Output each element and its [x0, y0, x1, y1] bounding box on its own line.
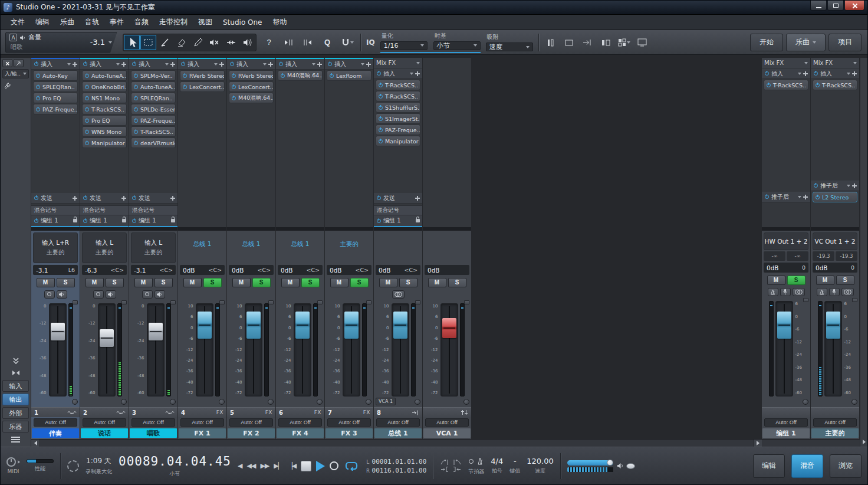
channel-name[interactable]: FX 2 — [228, 428, 275, 438]
power-icon[interactable] — [815, 83, 820, 88]
add-insert-icon[interactable] — [366, 62, 371, 67]
volume-knob[interactable] — [607, 460, 613, 466]
solo-button[interactable]: S — [448, 278, 466, 287]
wide-channels-button[interactable] — [563, 36, 576, 49]
sends-header[interactable]: 发送 — [374, 193, 422, 204]
insert-slot[interactable]: S1ImagerSt.. — [376, 113, 420, 124]
insert-slot[interactable]: OneKnobBri.. — [82, 81, 127, 92]
mute-button[interactable]: M — [428, 278, 446, 287]
meter-options-icon[interactable] — [464, 300, 469, 304]
postfader-header[interactable]: 推子后 — [762, 192, 810, 202]
fader-track[interactable] — [343, 303, 360, 396]
previous-bar-button[interactable]: ◀ — [238, 462, 242, 470]
inserts-header[interactable]: 插入 — [811, 68, 859, 79]
insert-slot[interactable]: Auto-TuneA.. — [131, 81, 176, 92]
mute-button[interactable]: M — [816, 276, 834, 285]
narrow-channels-button[interactable] — [544, 36, 557, 49]
pan-value[interactable]: L6 — [68, 267, 75, 273]
insert-slot[interactable]: PAZ-Freque.. — [131, 115, 176, 126]
power-icon[interactable] — [35, 84, 41, 90]
time-signature[interactable]: 4/4 拍号 — [491, 457, 503, 475]
pan-value[interactable]: <C> — [306, 267, 320, 273]
gain-value[interactable]: 0dB — [281, 267, 293, 274]
power-icon[interactable] — [34, 61, 39, 67]
loop-locators[interactable]: L00001.01.01.00 R00116.01.01.00 — [366, 458, 426, 474]
panner-knob-icon[interactable] — [366, 399, 371, 405]
sends-header[interactable]: 发送 — [31, 193, 80, 204]
split-tool-button[interactable] — [157, 35, 173, 50]
hamburger-menu-icon[interactable] — [2, 434, 29, 445]
insert-slot[interactable]: RVerb Stereo — [180, 70, 225, 81]
power-icon[interactable] — [133, 140, 139, 146]
quantize-start-button[interactable] — [281, 35, 295, 50]
power-icon[interactable] — [133, 84, 139, 90]
power-icon[interactable] — [34, 195, 39, 201]
insert-slot[interactable]: T-RackSCS.. — [376, 80, 420, 90]
power-icon[interactable] — [131, 61, 137, 67]
record-arm-button[interactable] — [44, 290, 55, 299]
forward-button[interactable]: ▶▶ — [260, 462, 269, 470]
power-icon[interactable] — [35, 96, 41, 101]
panner-knob-icon[interactable] — [415, 399, 420, 405]
inserts-header[interactable]: 插入 — [178, 59, 226, 70]
postroll-icon[interactable] — [452, 460, 462, 465]
main-volume-slider[interactable] — [567, 460, 613, 466]
mute-button[interactable]: M — [379, 278, 397, 287]
channel-name[interactable]: 唱歌 — [130, 428, 177, 438]
power-icon[interactable] — [35, 107, 41, 112]
fader-cap[interactable] — [198, 312, 212, 339]
power-icon[interactable] — [83, 218, 88, 224]
power-icon[interactable] — [376, 218, 382, 224]
pan-value[interactable]: <C> — [404, 267, 417, 273]
power-icon[interactable] — [378, 116, 383, 122]
sidebar-tab-1[interactable]: 输出 — [2, 394, 29, 405]
panner-knob-icon[interactable] — [463, 399, 469, 405]
sends-header[interactable]: 发送 — [80, 193, 129, 204]
channel-name[interactable]: 总线 1 — [374, 428, 422, 438]
add-insert-icon[interactable] — [415, 196, 420, 201]
gain-value[interactable]: 0dB — [330, 267, 342, 274]
count-in-icon[interactable] — [469, 459, 474, 464]
power-icon[interactable] — [378, 127, 383, 133]
mono-button[interactable] — [793, 288, 805, 296]
io-routing[interactable]: 输入 L主要的 — [131, 232, 176, 263]
panner-knob-icon[interactable] — [803, 399, 808, 405]
meter-options-icon[interactable] — [366, 300, 371, 304]
output-routing[interactable]: 总线 1 — [278, 232, 323, 263]
gain-value[interactable]: 0dB — [767, 264, 779, 271]
minimize-button[interactable] — [810, 1, 827, 11]
mixtag-row[interactable]: 混合记号 — [129, 205, 177, 215]
add-insert-icon[interactable] — [73, 196, 77, 201]
menu-item-0[interactable]: 文件 — [5, 15, 30, 30]
power-icon[interactable] — [84, 129, 90, 135]
sidebar-tab-3[interactable]: 乐器 — [2, 421, 29, 432]
power-icon[interactable] — [35, 73, 41, 78]
fader-cap[interactable] — [51, 323, 65, 340]
postfader-header[interactable]: 推子后 — [811, 181, 859, 191]
fader-track[interactable] — [147, 303, 165, 396]
chevron-down-icon[interactable] — [847, 73, 850, 75]
inserts-header[interactable]: 插入 — [129, 59, 177, 70]
insert-slot[interactable]: SPLMo-Ver.. — [131, 70, 176, 81]
meter-options-icon[interactable] — [415, 300, 420, 304]
scroll-left-button[interactable] — [31, 440, 40, 447]
insert-slot[interactable]: T-RackSCS.. — [764, 80, 808, 90]
power-icon[interactable] — [329, 73, 334, 78]
pan-value[interactable]: <C> — [159, 267, 173, 273]
chevron-down-icon[interactable] — [804, 62, 808, 64]
automation-mode-button[interactable]: Auto: Off — [813, 418, 857, 427]
detach-mixer-button[interactable] — [14, 59, 24, 67]
automation-display[interactable]: A 音量 唱歌 -3.1 — [5, 32, 117, 53]
automation-mode-button[interactable]: Auto: Off — [327, 418, 371, 427]
insert-slot[interactable]: dearVRmusic — [131, 137, 176, 148]
rewind-button[interactable]: ◀◀ — [246, 462, 255, 470]
preroll-icon[interactable] — [440, 460, 450, 465]
loop-button[interactable] — [343, 461, 360, 471]
output-routing[interactable]: 总线 1 — [180, 232, 225, 263]
tempo-display[interactable]: 120.00 速度 — [527, 457, 554, 475]
insert-slot[interactable]: SPLDe-Esser — [131, 104, 176, 114]
postfader-slot[interactable]: L2 Stereo — [813, 192, 857, 202]
stop-button[interactable] — [301, 461, 311, 471]
io-routing[interactable]: 输入 L主要的 — [82, 232, 127, 263]
fader-track[interactable] — [824, 301, 842, 396]
